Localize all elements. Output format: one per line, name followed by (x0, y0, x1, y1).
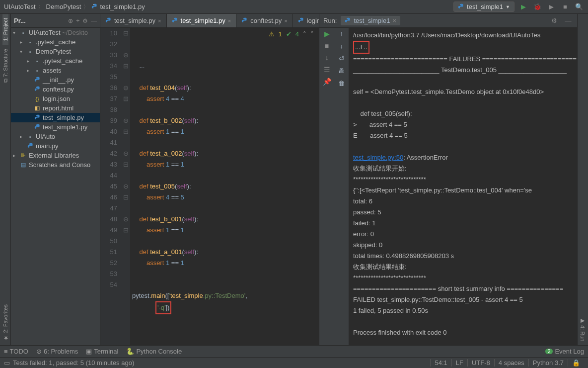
tree-item[interactable]: ▾▪DemoPytest (11, 47, 100, 56)
stop-button[interactable]: ■ (560, 2, 570, 12)
folder-icon: ▪ (34, 67, 41, 74)
up-icon[interactable]: ˄ (303, 29, 306, 40)
event-log-tab[interactable]: 2 Event Log (545, 348, 584, 355)
breadcrumb-folder[interactable]: DemoPytest (46, 3, 81, 10)
project-tool-tab[interactable]: 1: Project (2, 14, 8, 45)
status-icon: ▭ (4, 359, 10, 367)
hide-icon[interactable]: — (563, 16, 573, 26)
tree-arrow[interactable]: ▸ (20, 134, 25, 139)
tree-item-label: .pytest_cache (36, 38, 75, 46)
rerun-icon[interactable]: ▶ (324, 30, 330, 38)
stop-icon[interactable]: ■ (325, 42, 329, 50)
line-gutter[interactable]: 1032333435363738394041424344454647484950… (100, 28, 121, 345)
python-file-icon (91, 3, 98, 10)
run-toolbar-2: ↑ ↓ ⏎ 🖶 🗑 (334, 28, 349, 345)
check-icon: ✔ (286, 29, 292, 40)
tree-item[interactable]: ▸⊪External Libraries (11, 151, 100, 160)
structure-tool-tab[interactable]: ⧉ 7: Structure (2, 45, 8, 87)
tree-item[interactable]: ▤Scratches and Conso (11, 160, 100, 170)
close-icon[interactable]: × (158, 18, 161, 24)
todo-tab[interactable]: ≡ TODO (4, 348, 28, 355)
project-tree[interactable]: ▾▪UIAutoTest ~/Deskto▸▪.pytest_cache▾▪De… (11, 28, 100, 345)
tree-item[interactable]: ◧report.html (11, 103, 100, 113)
breadcrumb-file[interactable]: test_simple1.py (100, 3, 145, 10)
tree-item-label: .pytest_cache (43, 57, 82, 65)
down-icon[interactable]: ˅ (310, 29, 314, 40)
expand-icon[interactable]: ÷ (76, 17, 79, 24)
breadcrumb[interactable]: UIAutoTest 〉 DemoPytest 〉 test_simple1.p… (4, 2, 145, 11)
close-icon[interactable]: × (392, 17, 396, 24)
down-arrow-icon[interactable]: ↓ (340, 42, 343, 50)
tree-item-label: Scratches and Conso (29, 161, 90, 169)
lock-icon[interactable]: 🔒 (568, 359, 584, 367)
tree-item[interactable]: ▸▪.pytest_cache (11, 37, 100, 47)
tree-item[interactable]: ▸▪assets (11, 66, 100, 75)
tree-arrow[interactable]: ▸ (27, 58, 32, 64)
tree-item[interactable]: ▾▪UIAutoTest ~/Deskto (11, 28, 100, 37)
tree-item[interactable]: __init__.py (11, 75, 100, 85)
target-icon[interactable]: ⊕ (68, 17, 73, 24)
python-console-tab[interactable]: 🐍 Python Console (126, 348, 182, 355)
editor-tab[interactable]: test_simple1.py× (167, 14, 237, 27)
favorites-tool-tab[interactable]: ★ 2: Favorites (2, 300, 8, 345)
tree-arrow[interactable]: ▸ (13, 153, 18, 158)
warning-count: 1 (279, 29, 282, 40)
problems-tab[interactable]: ⊘ 6: Problems (36, 348, 78, 355)
hide-icon[interactable]: — (91, 17, 97, 24)
print-icon[interactable]: 🖶 (338, 67, 345, 75)
tree-arrow[interactable]: ▾ (20, 49, 25, 54)
caret-position[interactable]: 54:1 (430, 359, 451, 367)
editor-tab[interactable]: test_simple.py× (100, 14, 167, 27)
debug-button[interactable]: 🐞 (532, 2, 542, 12)
top-breadcrumb-bar: UIAutoTest 〉 DemoPytest 〉 test_simple1.p… (0, 0, 588, 14)
down-icon[interactable]: ↓ (325, 54, 329, 62)
tree-item[interactable]: {}login.json (11, 94, 100, 103)
tree-arrow[interactable]: ▾ (13, 30, 18, 35)
inspections-widget[interactable]: ⚠1 ✔4 ˄ ˅ (269, 29, 314, 40)
run-toolbar-1: ▶ ■ ↓ ☰ 📌 (319, 28, 334, 345)
run-tool-tab[interactable]: ▶ 4: Run (580, 313, 586, 345)
tree-item[interactable]: ▸▪UiAuto (11, 132, 100, 141)
breadcrumb-root[interactable]: UIAutoTest (4, 3, 36, 10)
close-icon[interactable]: × (228, 18, 231, 24)
python-file-icon (27, 143, 34, 150)
gear-icon[interactable]: ⚙ (549, 16, 559, 26)
run-tab[interactable]: test_simple1 × (341, 16, 400, 25)
layout-icon[interactable]: ☰ (324, 66, 330, 74)
tree-arrow[interactable]: ▸ (20, 39, 25, 45)
tab-label: login.json (307, 17, 319, 24)
pin-icon[interactable]: 📌 (323, 78, 331, 86)
encoding[interactable]: UTF-8 (467, 359, 494, 367)
tree-arrow[interactable]: ▸ (27, 68, 32, 73)
editor-body[interactable]: 1032333435363738394041424344454647484950… (100, 28, 319, 345)
terminal-tab[interactable]: ▣ Terminal (86, 348, 118, 355)
chevron-down-icon: ▼ (506, 4, 510, 9)
tree-item-label: conftest.py (43, 86, 74, 93)
tree-item[interactable]: main.py (11, 141, 100, 151)
console-output[interactable]: /usr/local/bin/python3.7 /Users/mac/Desk… (349, 28, 577, 345)
run-button[interactable]: ▶ (518, 2, 528, 12)
editor-tabs: test_simple.py×test_simple1.py×conftest.… (100, 14, 319, 28)
interpreter[interactable]: Python 3.7 (528, 359, 568, 367)
trash-icon[interactable]: 🗑 (338, 80, 345, 87)
gear-icon[interactable]: ⚙ (82, 17, 88, 24)
run-configuration[interactable]: test_simple1 ▼ (453, 1, 514, 12)
editor-tab[interactable]: login.json× (293, 14, 319, 27)
tree-item[interactable]: conftest.py (11, 85, 100, 94)
tree-item[interactable]: ▸▪.pytest_cache (11, 56, 100, 66)
indent[interactable]: 4 spaces (494, 359, 528, 367)
gutter-marks[interactable]: ⊟ ⊖⊟ ⊖⊟ ⊖⊟ ⊖⊟ ⊖⊟ ⊖⊟ (121, 28, 130, 345)
up-arrow-icon[interactable]: ↑ (340, 30, 343, 37)
wrap-icon[interactable]: ⏎ (339, 55, 344, 62)
close-icon[interactable]: × (284, 18, 287, 24)
search-icon[interactable]: 🔍 (574, 2, 584, 12)
line-separator[interactable]: LF (451, 359, 467, 367)
code-area[interactable]: ⚠1 ✔4 ˄ ˅ ... def test_004(self): assert… (130, 28, 319, 345)
bottom-toolbar: ≡ TODO ⊘ 6: Problems ▣ Terminal 🐍 Python… (0, 345, 588, 357)
coverage-button[interactable]: ▶ (546, 2, 556, 12)
svg-point-0 (94, 4, 94, 5)
tree-item[interactable]: test_simple.py (11, 113, 100, 122)
folder-icon: ▪ (27, 133, 34, 140)
tree-item[interactable]: test_simple1.py (11, 122, 100, 132)
editor-tab[interactable]: conftest.py× (236, 14, 293, 27)
